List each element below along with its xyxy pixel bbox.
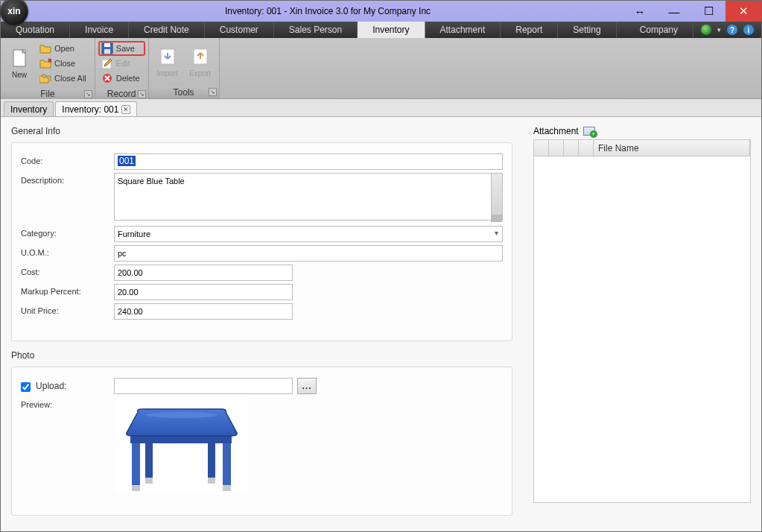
- maximize-button[interactable]: ☐: [691, 1, 726, 22]
- menu-invoice[interactable]: Invoice: [70, 22, 129, 38]
- description-scrollbar[interactable]: [491, 174, 502, 222]
- ribbon-group-record: Save Edit Delete Record↘: [95, 38, 149, 98]
- new-file-icon: [10, 48, 29, 68]
- folder-close-icon: [39, 57, 51, 69]
- preview-image: [114, 397, 248, 494]
- attachment-col-icon1[interactable]: [549, 140, 564, 156]
- file-group-popout-icon[interactable]: ↘: [84, 90, 92, 98]
- tab-inventory-001[interactable]: Inventory: 001 ✕: [55, 101, 137, 116]
- titlebar: xin Inventory: 001 - Xin Invoice 3.0 for…: [1, 1, 761, 22]
- content-area: General Info Code: 001 Description: Squa…: [1, 117, 761, 531]
- folder-open-icon: [39, 42, 51, 54]
- edit-button[interactable]: Edit: [98, 56, 145, 71]
- menu-inventory[interactable]: Inventory: [358, 22, 425, 38]
- svg-rect-16: [223, 442, 231, 490]
- upload-path-field[interactable]: [114, 378, 293, 394]
- photo-panel: Upload: ... Preview:: [11, 367, 512, 516]
- close-all-button[interactable]: Close All: [36, 71, 92, 86]
- photo-title: Photo: [11, 350, 512, 361]
- svg-rect-15: [132, 442, 140, 490]
- label-uom: U.O.M.:: [21, 245, 114, 257]
- label-unit-price: Unit Price:: [21, 303, 114, 315]
- resize-button[interactable]: ↔: [623, 1, 657, 22]
- svg-rect-17: [132, 485, 140, 491]
- app-logo: xin: [0, 0, 28, 25]
- menu-setting[interactable]: Setting: [558, 22, 616, 38]
- ribbon-label-tools: Tools↘: [149, 86, 219, 98]
- category-select[interactable]: Furniture: [114, 226, 503, 242]
- svg-rect-6: [104, 49, 110, 54]
- save-icon: [101, 42, 113, 54]
- attachment-table: File Name: [533, 139, 751, 503]
- document-tabs: Inventory Inventory: 001 ✕: [1, 99, 761, 117]
- delete-button[interactable]: Delete: [98, 71, 145, 86]
- window-buttons: ↔ — ☐ ✕: [623, 1, 761, 22]
- label-cost: Cost:: [21, 265, 114, 276]
- attachment-col-filename[interactable]: File Name: [594, 140, 750, 156]
- label-preview: Preview:: [21, 397, 114, 409]
- svg-point-21: [146, 412, 218, 418]
- save-button[interactable]: Save: [98, 41, 145, 56]
- window-close-button[interactable]: ✕: [726, 1, 761, 22]
- menu-sales-person[interactable]: Sales Person: [274, 22, 358, 38]
- markup-field[interactable]: [114, 284, 293, 300]
- browse-button[interactable]: ...: [297, 378, 317, 394]
- svg-rect-5: [104, 43, 110, 47]
- window-title: Inventory: 001 - Xin Invoice 3.0 for My …: [33, 6, 623, 16]
- right-pane: Attachment File Name: [523, 117, 761, 531]
- svg-rect-19: [145, 478, 153, 484]
- add-attachment-icon[interactable]: [583, 127, 595, 136]
- code-field[interactable]: 001: [114, 153, 503, 170]
- menu-attachment[interactable]: Attachment: [425, 22, 501, 38]
- ribbon: New Open Close Close All: [1, 38, 761, 99]
- attachment-col-icon2[interactable]: [564, 140, 579, 156]
- label-code: Code:: [21, 153, 114, 165]
- unit-price-field[interactable]: [114, 303, 293, 320]
- tab-close-icon[interactable]: ✕: [121, 105, 130, 114]
- app-window: xin Inventory: 001 - Xin Invoice 3.0 for…: [0, 0, 762, 532]
- label-markup: Markup Percent:: [21, 284, 114, 296]
- general-info-title: General Info: [11, 126, 512, 136]
- label-category: Category:: [21, 226, 114, 238]
- folder-close-all-icon: [39, 72, 51, 84]
- record-group-popout-icon[interactable]: ↘: [138, 90, 146, 98]
- ribbon-group-tools: Import Export Tools↘: [149, 38, 220, 98]
- help-icon[interactable]: ?: [727, 25, 737, 35]
- menu-company[interactable]: Company: [625, 22, 693, 38]
- info-icon[interactable]: i: [743, 25, 754, 35]
- attachment-col-icon3[interactable]: [579, 140, 594, 156]
- menu-customer[interactable]: Customer: [205, 22, 274, 38]
- menu-report[interactable]: Report: [501, 22, 558, 38]
- menubar: Quotation Invoice Credit Note Customer S…: [1, 22, 761, 38]
- attachment-title: Attachment: [533, 126, 579, 136]
- globe-dropdown-icon[interactable]: ▾: [717, 26, 721, 34]
- description-field[interactable]: Square Blue Table: [114, 173, 503, 221]
- globe-icon[interactable]: [701, 25, 711, 35]
- export-button[interactable]: Export: [185, 41, 216, 83]
- ribbon-label-file: File↘: [1, 89, 95, 99]
- ribbon-group-file: New Open Close Close All: [1, 38, 95, 98]
- edit-icon: [101, 57, 113, 69]
- upload-checkbox[interactable]: [21, 382, 31, 392]
- ribbon-label-record: Record↘: [95, 89, 148, 99]
- general-info-panel: Code: 001 Description: Square Blue Table: [11, 142, 512, 341]
- import-button[interactable]: Import: [152, 41, 183, 83]
- import-icon: [158, 47, 177, 66]
- menubar-right-icons: ▾ ? i: [693, 22, 761, 38]
- attachment-col-gutter: [534, 140, 549, 156]
- tools-group-popout-icon[interactable]: ↘: [209, 88, 217, 96]
- minimize-button[interactable]: —: [657, 1, 691, 22]
- attachment-header: Attachment: [533, 126, 751, 136]
- left-pane: General Info Code: 001 Description: Squa…: [1, 117, 523, 531]
- label-upload: Upload:: [21, 378, 114, 392]
- svg-rect-18: [223, 485, 231, 491]
- label-description: Description:: [21, 173, 114, 185]
- new-button[interactable]: New: [4, 41, 35, 86]
- tab-inventory-list[interactable]: Inventory: [4, 101, 54, 116]
- close-button[interactable]: Close: [36, 56, 92, 71]
- uom-field[interactable]: [114, 245, 503, 262]
- delete-icon: [101, 72, 113, 84]
- cost-field[interactable]: [114, 265, 293, 281]
- open-button[interactable]: Open: [36, 41, 92, 56]
- menu-credit-note[interactable]: Credit Note: [129, 22, 205, 38]
